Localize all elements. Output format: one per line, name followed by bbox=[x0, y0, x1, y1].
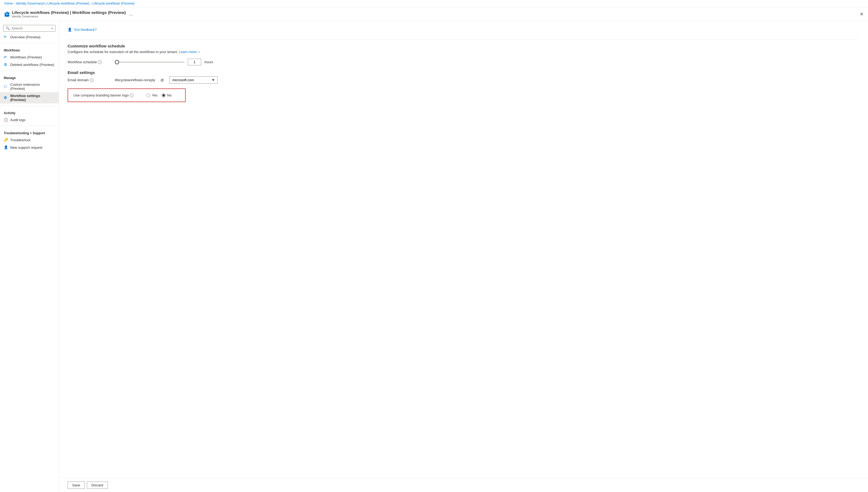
content-area: 👤 Got feedback? Customize workflow sched… bbox=[59, 21, 868, 478]
sidebar-item-label-support: New support request bbox=[10, 146, 42, 150]
content-wrapper: 👤 Got feedback? Customize workflow sched… bbox=[59, 21, 868, 492]
feedback-icon: 👤 bbox=[68, 28, 72, 32]
branding-radio-group: Yes No bbox=[146, 93, 172, 97]
customize-desc-text: Configure the schedule for execution of … bbox=[68, 50, 178, 54]
collapse-icon[interactable]: « bbox=[51, 26, 53, 30]
email-section-title: Email settings bbox=[68, 70, 860, 75]
sidebar-section-workflows: Workflows bbox=[0, 45, 59, 53]
close-button[interactable]: ✕ bbox=[860, 11, 864, 17]
sidebar-section-troubleshooting: Troubleshooting + Support bbox=[0, 128, 59, 136]
branding-yes-option[interactable]: Yes bbox=[146, 93, 158, 97]
sidebar-item-label-deleted: Deleted workflows (Preview) bbox=[10, 63, 54, 67]
branding-no-label: No bbox=[167, 93, 172, 97]
customize-desc: Configure the schedule for execution of … bbox=[68, 50, 860, 54]
branding-box: Use company branding banner logo i Yes N… bbox=[68, 89, 186, 102]
email-section: Email settings Email domain i lifecyclew… bbox=[68, 70, 860, 89]
search-input[interactable] bbox=[11, 26, 50, 30]
feedback-bar[interactable]: 👤 Got feedback? bbox=[68, 28, 860, 32]
settings-icon: ⚙ bbox=[4, 96, 8, 100]
branding-no-option[interactable]: No bbox=[162, 93, 172, 97]
ellipsis-menu[interactable]: ... bbox=[129, 11, 133, 17]
top-bar-title-block: Lifecycle workflows (Preview) | Workflow… bbox=[12, 10, 126, 18]
feedback-label: Got feedback? bbox=[74, 28, 97, 32]
sidebar-item-workflow-settings[interactable]: ⚙ Workflow settings (Preview) bbox=[0, 92, 59, 103]
branding-label: Use company branding banner logo i bbox=[73, 93, 134, 97]
sidebar-item-label-workflows: Workflows (Preview) bbox=[10, 55, 42, 59]
breadcrumb-lifecycle[interactable]: Lifecycle workflows (Preview) bbox=[93, 2, 135, 5]
hours-label: hours bbox=[204, 60, 213, 64]
at-sign: @ bbox=[160, 78, 164, 82]
branding-yes-radio[interactable] bbox=[146, 94, 150, 97]
schedule-slider[interactable] bbox=[115, 62, 185, 63]
page-subtitle: Identity Governance bbox=[12, 15, 126, 18]
workflow-schedule-label: Workflow schedule i bbox=[68, 60, 111, 64]
breadcrumb-sep-1: › bbox=[14, 2, 15, 5]
branding-info-icon[interactable]: i bbox=[130, 94, 134, 97]
branding-no-radio[interactable] bbox=[162, 94, 165, 97]
slider-wrapper: 1 hours bbox=[115, 59, 213, 65]
email-prefix: lifecycleworkflows-noreply bbox=[115, 78, 155, 82]
email-info-icon[interactable]: i bbox=[90, 78, 94, 82]
bottom-bar: Save Discard bbox=[59, 478, 868, 492]
discard-button[interactable]: Discard bbox=[87, 482, 108, 489]
workflows-icon: ⇄ bbox=[4, 55, 8, 59]
sidebar: 🔍 « ⟳ Overview (Preview) Workflows ⇄ Wor… bbox=[0, 21, 59, 492]
troubleshoot-icon: 🔑 bbox=[4, 138, 8, 142]
deleted-icon: 🗑 bbox=[4, 63, 8, 67]
domain-select[interactable]: microsoft.com outlook.com bbox=[169, 76, 217, 83]
search-icon: 🔍 bbox=[6, 26, 10, 30]
sidebar-item-new-support[interactable]: 👤 New support request bbox=[0, 144, 59, 151]
sidebar-item-workflows[interactable]: ⇄ Workflows (Preview) bbox=[0, 53, 59, 61]
schedule-value-input[interactable]: 1 bbox=[188, 59, 201, 65]
extensions-icon: ⬡ bbox=[4, 84, 8, 89]
breadcrumb-sep-2: › bbox=[90, 2, 91, 5]
top-bar: Lifecycle workflows (Preview) | Workflow… bbox=[0, 7, 868, 21]
learn-more-text: Learn more bbox=[179, 50, 196, 54]
sidebar-item-label-troubleshoot: Troubleshoot bbox=[10, 138, 30, 142]
sidebar-item-deleted-workflows[interactable]: 🗑 Deleted workflows (Preview) bbox=[0, 61, 59, 68]
schedule-info-icon[interactable]: i bbox=[98, 60, 102, 64]
learn-more-link[interactable]: Learn more ↗ bbox=[179, 50, 200, 54]
audit-icon: 📋 bbox=[4, 118, 8, 122]
overview-icon: ⟳ bbox=[4, 35, 8, 39]
sidebar-item-label-extensions: Custom extensions (Preview) bbox=[10, 82, 55, 91]
sidebar-item-label-overview: Overview (Preview) bbox=[10, 35, 41, 39]
support-icon: 👤 bbox=[4, 145, 8, 150]
save-button[interactable]: Save bbox=[68, 482, 85, 489]
sidebar-section-activity: Activity bbox=[0, 108, 59, 116]
customize-section: Customize workflow schedule Configure th… bbox=[68, 44, 860, 70]
breadcrumb-identity-governance[interactable]: Identity Governance | Lifecycle workflow… bbox=[16, 2, 89, 5]
email-domain-row: Email domain i lifecycleworkflows-norepl… bbox=[68, 76, 860, 83]
customize-title: Customize workflow schedule bbox=[68, 44, 860, 48]
page-title: Lifecycle workflows (Preview) | Workflow… bbox=[12, 10, 126, 15]
sidebar-item-troubleshoot[interactable]: 🔑 Troubleshoot bbox=[0, 136, 59, 144]
sidebar-item-label-settings: Workflow settings (Preview) bbox=[10, 94, 55, 102]
breadcrumb-home[interactable]: Home bbox=[4, 2, 13, 5]
workflow-schedule-row: Workflow schedule i 1 hours bbox=[68, 59, 860, 65]
breadcrumb: Home › Identity Governance | Lifecycle w… bbox=[0, 0, 868, 7]
sidebar-section-manage: Manage bbox=[0, 73, 59, 81]
branding-yes-label: Yes bbox=[152, 93, 158, 97]
sidebar-item-custom-extensions[interactable]: ⬡ Custom extensions (Preview) bbox=[0, 81, 59, 92]
gear-icon bbox=[4, 11, 10, 17]
sidebar-item-label-audit: Audit logs bbox=[10, 118, 25, 122]
search-box[interactable]: 🔍 « bbox=[3, 25, 55, 32]
external-link-icon: ↗ bbox=[198, 51, 200, 54]
email-domain-label: Email domain i bbox=[68, 78, 111, 82]
sidebar-item-overview[interactable]: ⟳ Overview (Preview) bbox=[0, 33, 59, 41]
main-layout: 🔍 « ⟳ Overview (Preview) Workflows ⇄ Wor… bbox=[0, 21, 868, 492]
sidebar-item-audit-logs[interactable]: 📋 Audit logs bbox=[0, 116, 59, 124]
